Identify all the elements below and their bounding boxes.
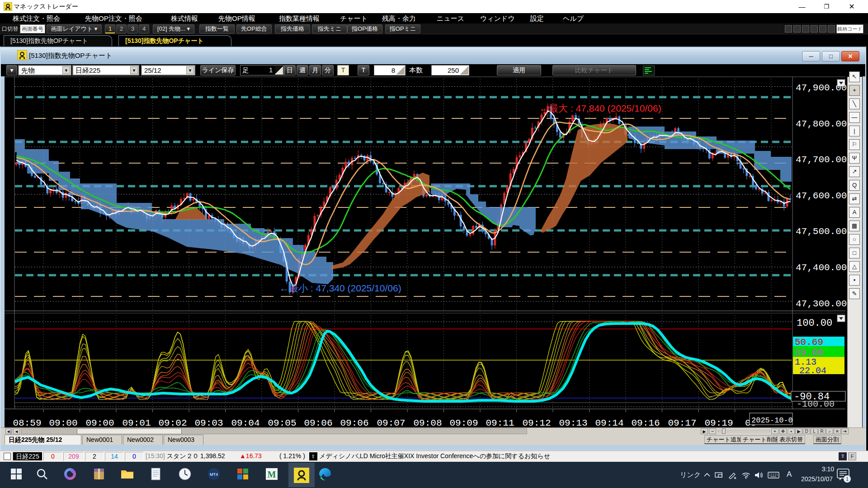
svg-text:09:11: 09:11 bbox=[486, 418, 514, 428]
svg-text:09:14: 09:14 bbox=[595, 418, 623, 428]
svg-text:47,500.00: 47,500.00 bbox=[796, 226, 847, 237]
svg-text:47,800.00: 47,800.00 bbox=[796, 119, 847, 129]
svg-text:09:01: 09:01 bbox=[122, 418, 151, 428]
svg-text:47,600.00: 47,600.00 bbox=[796, 191, 847, 201]
svg-text:09:02: 09:02 bbox=[158, 418, 187, 428]
svg-text:-100.00: -100.00 bbox=[797, 399, 835, 409]
svg-text:09:19: 09:19 bbox=[704, 418, 733, 428]
svg-text:M: M bbox=[268, 469, 276, 479]
svg-text:09:08: 09:08 bbox=[413, 418, 442, 428]
svg-text:47,700.00: 47,700.00 bbox=[796, 155, 847, 165]
svg-text:09:09: 09:09 bbox=[449, 418, 478, 428]
svg-text:47,400.00: 47,400.00 bbox=[796, 263, 847, 273]
svg-text:09:00: 09:00 bbox=[49, 418, 77, 428]
svg-text:MT4: MT4 bbox=[210, 472, 218, 477]
svg-text:09:17: 09:17 bbox=[668, 418, 696, 428]
svg-text:09:13: 09:13 bbox=[559, 418, 587, 428]
svg-text:08:59: 08:59 bbox=[13, 418, 41, 428]
svg-text:09:04: 09:04 bbox=[231, 418, 259, 428]
svg-text:22.04: 22.04 bbox=[799, 366, 826, 376]
svg-text:19.80: 19.80 bbox=[795, 347, 823, 358]
svg-text:09:00: 09:00 bbox=[85, 418, 114, 428]
svg-text:09:06: 09:06 bbox=[304, 418, 332, 428]
svg-text:←最大 : 47,840 (2025/10/06): ←最大 : 47,840 (2025/10/06) bbox=[539, 103, 661, 113]
svg-text:50.69: 50.69 bbox=[795, 337, 823, 347]
svg-text:47,300.00: 47,300.00 bbox=[796, 299, 847, 309]
svg-text:09:12: 09:12 bbox=[522, 418, 551, 428]
svg-text:09:16: 09:16 bbox=[631, 418, 660, 428]
svg-text:100.00: 100.00 bbox=[797, 318, 832, 329]
svg-text:09:03: 09:03 bbox=[194, 418, 223, 428]
svg-text:09:05: 09:05 bbox=[268, 418, 296, 428]
svg-text:2025-10-0: 2025-10-0 bbox=[751, 416, 793, 425]
svg-text:←最小 : 47,340 (2025/10/06): ←最小 : 47,340 (2025/10/06) bbox=[279, 283, 401, 293]
svg-text:09:06: 09:06 bbox=[340, 418, 368, 428]
svg-text:09:07: 09:07 bbox=[377, 418, 405, 428]
